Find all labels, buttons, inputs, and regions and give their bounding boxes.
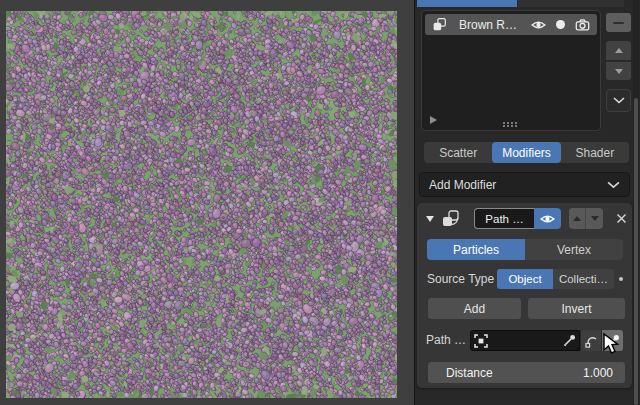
object-brackets-icon (474, 334, 488, 348)
path-modifier-panel: Path … Particles Vert (417, 203, 632, 388)
eye-icon[interactable] (531, 19, 546, 31)
panel-scrollbar-thumb[interactable] (634, 98, 638, 405)
follow-curve-button[interactable] (580, 330, 601, 351)
invert-button[interactable]: Invert (528, 298, 625, 319)
scatter-preview-canvas[interactable] (6, 11, 397, 398)
source-type-segmented: Object Collecti… (497, 269, 614, 289)
panel-header-active-strip[interactable] (417, 0, 517, 7)
tab-modifiers[interactable]: Modifiers (492, 142, 560, 163)
mouse-cursor (601, 332, 623, 356)
source-option-object[interactable]: Object (497, 269, 553, 289)
source-type-label: Source Type (427, 269, 494, 289)
minus-icon (613, 22, 624, 24)
list-expand-triangle[interactable] (430, 116, 437, 124)
blender-window: Brown R… (0, 0, 640, 405)
path-field-label: Path … (426, 330, 466, 351)
chevron-down-icon (607, 181, 620, 189)
tab-vertex[interactable]: Vertex (525, 239, 623, 260)
add-modifier-dropdown[interactable]: Add Modifier (419, 172, 630, 197)
animate-property-dot[interactable] (619, 277, 623, 281)
tab-scatter[interactable]: Scatter (424, 142, 492, 163)
object-list: Brown R… (421, 10, 601, 131)
triangle-down-icon (615, 69, 623, 74)
modifier-visibility-toggle[interactable] (534, 208, 561, 229)
chevron-down-icon (613, 97, 625, 104)
mesh-data-icon (432, 17, 447, 32)
add-modifier-label: Add Modifier (429, 178, 496, 192)
distance-slider[interactable]: Distance 1.000 (428, 362, 625, 383)
camera-icon[interactable] (575, 18, 590, 31)
list-item-label: Brown R… (459, 18, 517, 32)
triangle-up-icon (573, 216, 581, 221)
list-item-brown-rock[interactable]: Brown R… (425, 14, 597, 35)
eyedropper-icon[interactable] (563, 334, 576, 347)
path-object-field[interactable] (470, 330, 580, 351)
list-resize-grip[interactable] (503, 122, 505, 124)
tab-particles[interactable]: Particles (427, 239, 525, 260)
move-item-up-button[interactable] (606, 41, 631, 60)
source-option-collection[interactable]: Collecti… (553, 269, 614, 289)
add-button[interactable]: Add (428, 298, 521, 319)
distance-label: Distance (446, 366, 493, 380)
modifier-close-button[interactable] (613, 208, 629, 229)
distance-value: 1.000 (583, 366, 613, 380)
modifier-move-up-button[interactable] (569, 208, 586, 229)
modifier-icon (441, 209, 460, 228)
close-icon (616, 213, 627, 224)
modifier-name-field[interactable]: Path … (474, 208, 534, 229)
remove-item-button[interactable] (606, 13, 631, 32)
selectable-circle-icon[interactable] (556, 20, 565, 29)
mode-tabbar: Particles Vertex (427, 239, 623, 260)
list-specials-button[interactable] (606, 89, 631, 112)
panel-header-strip[interactable] (518, 0, 624, 7)
modifier-name-pill: Path … (474, 208, 561, 229)
triangle-up-icon (615, 48, 623, 53)
tab-shader[interactable]: Shader (561, 142, 629, 163)
eye-icon (540, 213, 555, 225)
curve-hook-icon (584, 334, 598, 348)
viewport-3d[interactable] (0, 0, 414, 405)
triangle-down-icon (591, 216, 599, 221)
section-tabbar: Scatter Modifiers Shader (424, 142, 629, 163)
modifier-reorder-buttons (569, 208, 603, 229)
move-item-down-button[interactable] (606, 61, 631, 80)
modifier-move-down-button[interactable] (586, 208, 603, 229)
panel-expand-triangle[interactable] (426, 216, 434, 222)
